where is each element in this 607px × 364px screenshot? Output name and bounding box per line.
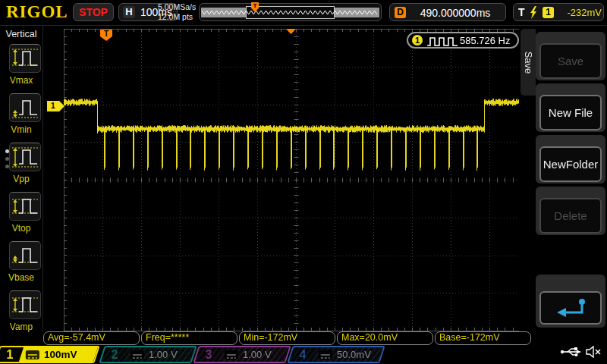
- horizontal-label: H: [123, 6, 135, 18]
- menu-item-vmax[interactable]: Vmax: [0, 44, 42, 91]
- channel3-scale: 1.00 V: [243, 349, 272, 360]
- channel1-scale: 100mV: [44, 349, 77, 360]
- menu-item-label: Vamp: [0, 322, 42, 332]
- waveform-display[interactable]: [0, 0, 607, 364]
- save-button[interactable]: Save: [539, 43, 602, 79]
- menu-tab-label: Save: [523, 32, 534, 94]
- channel2-scale: 1.00 V: [149, 349, 178, 360]
- menu-item-label: Vmax: [0, 75, 42, 86]
- trigger-slope-icon: [529, 6, 538, 22]
- delay-box[interactable]: D 490.000000ms: [389, 3, 506, 21]
- counter-channel-badge: 1: [412, 35, 423, 46]
- menu-page-dot-active: [5, 149, 9, 153]
- coupling-dc-icon: [319, 350, 332, 359]
- vpp-icon: [9, 143, 41, 171]
- menu-item-label: Vbase: [0, 272, 42, 283]
- vbase-icon: [9, 241, 41, 270]
- coupling-dc-icon: [26, 350, 39, 359]
- memory-depth: 12.0M pts: [158, 12, 196, 22]
- menu-tab-save: Save: [521, 29, 536, 96]
- menu-page-dot: [5, 157, 9, 161]
- trigger-label: T: [518, 6, 525, 18]
- measurement-min[interactable]: Min=-172mV: [239, 331, 335, 345]
- channel3-box[interactable]: 3 1.00 V: [193, 346, 291, 363]
- trigger-box[interactable]: T 1 -232mV: [513, 3, 604, 21]
- channel4-scale: 50.0mV: [337, 349, 371, 360]
- oscilloscope-screen: RIGOL STOP H 100ms 5.00MSa/s 12.0M pts T…: [0, 0, 607, 364]
- trigger-source-badge: 1: [543, 7, 554, 18]
- usb-icon: [560, 347, 581, 360]
- channel1-box[interactable]: 1 100mV: [0, 346, 100, 363]
- trigger-level-value: -232mV: [556, 7, 602, 18]
- new-file-button[interactable]: New File: [539, 95, 602, 130]
- delay-label: D: [395, 7, 406, 18]
- channel4-number: 4: [291, 347, 314, 362]
- channel3-number: 3: [197, 347, 220, 362]
- delete-button[interactable]: Delete: [539, 198, 602, 234]
- run-stop-status[interactable]: STOP: [73, 3, 114, 21]
- menu-item-vamp[interactable]: Vamp: [0, 290, 42, 337]
- measurement-freq[interactable]: Freq=*****: [141, 331, 237, 345]
- speaker-muted-icon: [586, 346, 602, 361]
- vtop-icon: [9, 192, 41, 221]
- channel2-box[interactable]: 2 1.00 V: [99, 346, 197, 363]
- channel1-number: 1: [0, 347, 21, 362]
- header-bar: RIGOL STOP H 100ms 5.00MSa/s 12.0M pts T…: [0, 0, 607, 26]
- frequency-counter: 1 585.726 Hz: [407, 32, 519, 49]
- measurement-base[interactable]: Base=-172mV: [435, 331, 531, 345]
- menu-item-vtop[interactable]: Vtop: [0, 192, 42, 239]
- vmax-icon: [9, 44, 41, 73]
- new-folder-button[interactable]: NewFolder: [539, 146, 602, 182]
- square-wave-icon: [426, 36, 458, 49]
- menu-item-label: Vmin: [0, 124, 42, 135]
- menu-item-label: Vpp: [0, 174, 42, 184]
- right-softkey-menu: Save Save New File NewFolder Delete: [519, 26, 607, 331]
- back-button[interactable]: [539, 291, 602, 325]
- frequency-value: 585.726 Hz: [460, 35, 511, 46]
- delay-value: 490.000000ms: [408, 7, 502, 19]
- system-status-icons: [560, 345, 605, 362]
- acquisition-info: 5.00MSa/s 12.0M pts: [158, 2, 196, 22]
- return-arrow-icon: [553, 297, 588, 319]
- coupling-dc-icon: [131, 350, 144, 359]
- menu-item-vmin[interactable]: Vmin: [0, 93, 42, 140]
- sample-rate: 5.00MSa/s: [158, 2, 196, 12]
- memory-waveform-thumbnail: [200, 4, 381, 20]
- measurement-bar: Avg=-57.4mV Freq=***** Min=-172mV Max=20…: [43, 331, 531, 345]
- left-menu-title: Vertical: [0, 29, 42, 39]
- channel-status-bar: 1 100mV 2 1.00 V 3 1.0: [0, 346, 607, 364]
- measurement-avg[interactable]: Avg=-57.4mV: [43, 331, 140, 345]
- coupling-dc-icon: [225, 350, 238, 359]
- menu-page-dot: [5, 165, 9, 168]
- memory-position-bar[interactable]: T: [199, 3, 382, 21]
- menu-item-label: Vtop: [0, 223, 42, 234]
- measurement-max[interactable]: Max=20.0mV: [337, 331, 433, 345]
- menu-item-vbase[interactable]: Vbase: [0, 241, 42, 288]
- channel2-number: 2: [103, 347, 126, 362]
- left-measure-menu: Vertical Vmax Vmin Vpp Vtop: [0, 26, 43, 331]
- rigol-logo: RIGOL: [6, 2, 68, 22]
- vmin-icon: [9, 93, 41, 122]
- vamp-icon: [9, 290, 41, 319]
- channel4-box[interactable]: 4 50.0mV: [287, 346, 385, 363]
